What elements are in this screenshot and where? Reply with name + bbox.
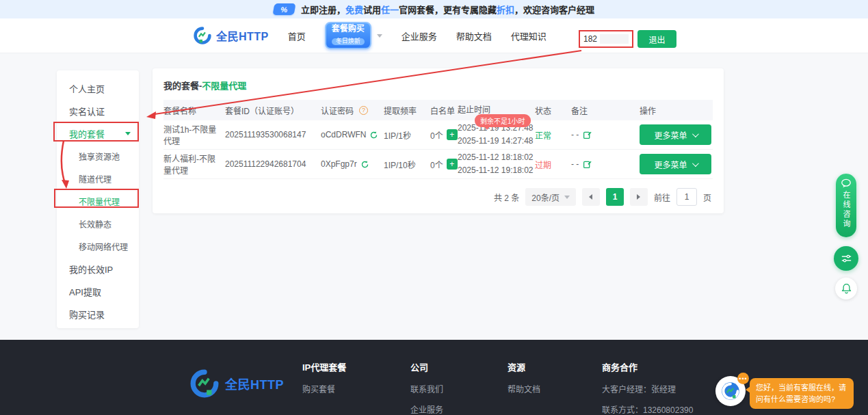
sidebar: 个人主页 实名认证 我的套餐 独享资源池 隧道代理 不限量代理 长效静态 移动网… — [57, 70, 139, 328]
footer-contact-manager: 大客户经理：张经理 — [602, 383, 693, 394]
logo-text: 全民HTTP — [216, 27, 269, 44]
footer-contact-phone: 联系方式：13260802390 — [602, 403, 693, 415]
chevron-down-icon — [125, 132, 131, 135]
arrow-right-icon — [637, 194, 640, 200]
account-phone[interactable]: 182 — [579, 30, 633, 48]
footer-link[interactable]: 企业服务 — [410, 403, 443, 415]
extract-frequency: 1IP/1秒 — [384, 129, 430, 141]
chevron-down-icon — [564, 196, 570, 199]
sliders-icon — [841, 254, 852, 264]
logo-icon — [194, 27, 211, 44]
package-name: 新人福利-不限量代理 — [163, 152, 225, 176]
footer-link[interactable]: 联系我们 — [410, 383, 443, 394]
more-menu-button[interactable]: 更多菜单 — [640, 154, 711, 174]
nav-buy[interactable]: 套餐购买 冬日焕新 — [325, 22, 382, 49]
footer-link[interactable]: 帮助文档 — [508, 383, 540, 394]
phone-number: 182 — [583, 34, 597, 44]
chat-unread-badge: ••• — [737, 373, 749, 384]
chevron-down-icon — [692, 131, 698, 137]
page-number-current[interactable]: 1 — [606, 188, 624, 206]
sidebar-item-purchase-history[interactable]: 购买记录 — [57, 303, 139, 325]
promo-text: 立即注册，免费试用任一官网套餐，更有专属隐藏折扣，欢迎咨询客户经理 — [301, 3, 594, 16]
page: % 立即注册，免费试用任一官网套餐，更有专属隐藏折扣，欢迎咨询客户经理 全民HT… — [0, 0, 868, 415]
footer-col-business: 商务合作 大客户经理：张经理 联系方式：13260802390 — [602, 360, 693, 415]
chat-avatar[interactable]: ••• — [715, 376, 746, 406]
table-row: 新人福利-不限量代理 202511122942681704 0XpFgp7r 1… — [163, 150, 713, 179]
sidebar-item-exclusive-pool[interactable]: 独享资源池 — [57, 145, 139, 168]
phone-redacted — [600, 34, 629, 44]
pagination: 共 2 条 20条/页 1 前往 1 页 — [494, 188, 711, 206]
settings-sliders-button[interactable] — [834, 246, 858, 271]
page-size-select[interactable]: 20条/页 — [525, 188, 576, 206]
page-unit-label: 页 — [703, 191, 711, 203]
buy-badge[interactable]: 套餐购买 冬日焕新 — [325, 22, 371, 49]
whitelist-count: 0个 — [430, 129, 443, 141]
package-id: 202511122942681704 — [225, 159, 321, 169]
remaining-time-badge: 剩余不足1小时 — [475, 114, 531, 127]
add-whitelist-button[interactable]: + — [447, 159, 458, 170]
sidebar-item-realname[interactable]: 实名认证 — [57, 100, 139, 122]
footer-col-packages: IP代理套餐 购买套餐 — [302, 360, 346, 403]
add-whitelist-button[interactable]: + — [447, 129, 458, 140]
footer-logo-text: 全民HTTP — [225, 375, 284, 392]
percent-icon: % — [272, 3, 295, 15]
logout-button[interactable]: 退出 — [637, 30, 676, 48]
table-header: 套餐名称 套餐ID（认证账号） 认证密码? 提取频率 白名单 起止时间 状态 备… — [163, 100, 713, 120]
edit-remark-icon[interactable] — [583, 131, 592, 139]
arrow-left-icon — [589, 194, 592, 200]
remark-value: - - — [571, 159, 579, 169]
status-badge: 正常 — [535, 129, 571, 141]
edit-remark-icon[interactable] — [583, 160, 592, 169]
logo[interactable]: 全民HTTP — [194, 27, 269, 44]
status-badge: 过期 — [535, 159, 571, 170]
logo-icon — [720, 381, 741, 401]
chevron-down-icon — [692, 160, 698, 167]
chevron-down-icon — [377, 34, 382, 38]
footer-col-resources: 资源 帮助文档 — [508, 360, 540, 403]
extract-frequency: 1IP/10秒 — [384, 159, 430, 170]
sidebar-item-api[interactable]: API提取 — [57, 280, 139, 303]
auth-password: 0XpFgp7r — [321, 159, 357, 169]
nav-home[interactable]: 首页 — [288, 29, 306, 42]
refresh-icon[interactable] — [360, 160, 369, 169]
nav-enterprise[interactable]: 企业服务 — [402, 29, 437, 42]
footer-logo: 全民HTTP — [190, 369, 284, 398]
refresh-icon[interactable] — [369, 131, 378, 139]
package-id: 202511193530068147 — [225, 130, 321, 139]
nav-docs[interactable]: 帮助文档 — [456, 29, 492, 42]
logo-icon — [190, 369, 219, 398]
time-range: 2025-11-12 18:18:02 2025-11-12 19:18:02 — [458, 151, 535, 176]
sidebar-item-tunnel-proxy[interactable]: 隧道代理 — [57, 168, 139, 190]
sidebar-item-static[interactable]: 长效静态 — [57, 213, 139, 235]
online-consult-button[interactable]: 在线咨询 — [836, 174, 856, 237]
table-row: 测试1h-不限量代理 202511193530068147 oCdDRWFN 1… — [163, 120, 713, 150]
bell-icon — [841, 283, 852, 294]
chat-message[interactable]: 您好，当前有客服在线，请问有什么需要咨询的吗? — [750, 378, 854, 409]
next-page-button[interactable] — [630, 188, 648, 206]
goto-label: 前往 — [654, 191, 670, 203]
sidebar-item-unlimited-proxy[interactable]: 不限量代理 — [57, 190, 139, 213]
question-icon[interactable]: ? — [359, 106, 368, 115]
sidebar-item-longterm-ip[interactable]: 我的长效IP — [57, 258, 139, 280]
online-consult-label: 在线咨询 — [841, 191, 852, 229]
nav-knowledge[interactable]: 代理知识 — [511, 29, 547, 42]
notification-bell-button[interactable] — [835, 278, 857, 299]
footer-col-company: 公司 联系我们 企业服务 — [410, 360, 443, 415]
prev-page-button[interactable] — [582, 188, 600, 206]
header: 全民HTTP 首页 套餐购买 冬日焕新 企业服务 帮助文档 代理知识 182 退… — [0, 18, 868, 53]
package-name: 测试1h-不限量代理 — [163, 123, 225, 146]
chat-bubble-icon — [841, 178, 852, 188]
total-count: 共 2 条 — [494, 191, 519, 203]
whitelist-count: 0个 — [430, 159, 443, 170]
content-card: 我的套餐-不限量代理 剩余不足1小时 套餐名称 套餐ID（认证账号） 认证密码?… — [153, 68, 724, 213]
remark-value: - - — [571, 130, 579, 139]
sidebar-item-mobile-proxy[interactable]: 移动网络代理 — [57, 235, 139, 258]
more-menu-button[interactable]: 更多菜单 — [640, 124, 711, 145]
goto-page-input[interactable]: 1 — [676, 188, 697, 206]
footer-link[interactable]: 购买套餐 — [302, 383, 346, 394]
packages-table: 套餐名称 套餐ID（认证账号） 认证密码? 提取频率 白名单 起止时间 状态 备… — [163, 100, 713, 179]
sidebar-item-my-packages[interactable]: 我的套餐 — [57, 122, 139, 145]
chat-widget: ••• 您好，当前有客服在线，请问有什么需要咨询的吗? — [715, 376, 854, 409]
promo-banner: % 立即注册，免费试用任一官网套餐，更有专属隐藏折扣，欢迎咨询客户经理 — [0, 0, 868, 18]
sidebar-item-home[interactable]: 个人主页 — [57, 77, 139, 100]
